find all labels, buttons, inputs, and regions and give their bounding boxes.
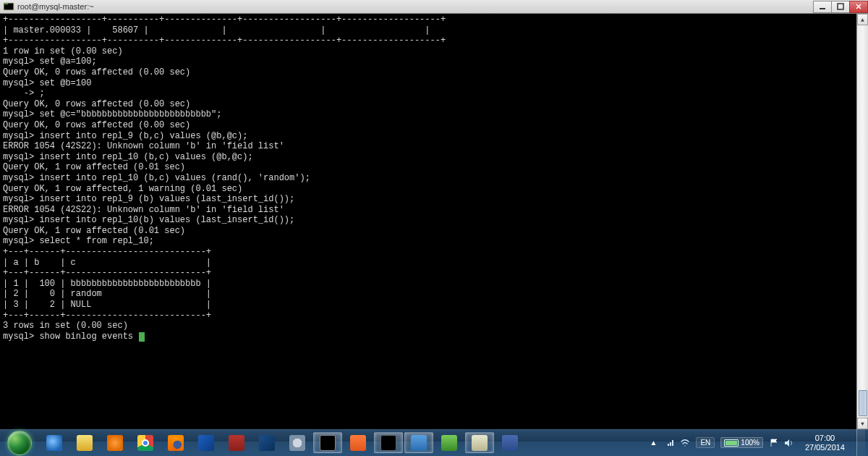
terminal-line: +------------------+----------+---------… bbox=[3, 14, 865, 25]
terminal-line: mysql> insert into repl_10(b) values (la… bbox=[3, 215, 865, 226]
taskbar-item-app-green[interactable] bbox=[435, 432, 464, 453]
terminal-line: +------------------+----------+---------… bbox=[3, 35, 865, 46]
terminal-line: mysql> set @b=100 bbox=[3, 78, 865, 89]
windows-media-player-icon bbox=[107, 435, 123, 451]
scroll-thumb[interactable] bbox=[859, 390, 867, 416]
terminal-line: mysql> set @a=100; bbox=[3, 56, 865, 67]
putty-icon bbox=[472, 435, 488, 451]
terminal-1-icon bbox=[320, 435, 336, 451]
terminal-line: ERROR 1054 (42S22): Unknown column 'b' i… bbox=[3, 141, 865, 152]
maximize-button[interactable] bbox=[831, 1, 850, 13]
minimize-button[interactable] bbox=[813, 1, 832, 13]
battery-icon bbox=[724, 439, 739, 447]
terminal-line: Query OK, 1 row affected (0.01 sec) bbox=[3, 226, 865, 237]
window-titlebar: root@mysql-master:~ bbox=[0, 0, 868, 14]
system-tray: ▲ EN 100% 07:00 27/05/2014 bbox=[640, 429, 868, 456]
terminal-line: Query OK, 1 row affected, 1 warning (0.0… bbox=[3, 184, 865, 195]
volume-icon[interactable] bbox=[783, 438, 793, 448]
taskbar-items bbox=[39, 429, 525, 456]
clock-date: 27/05/2014 bbox=[805, 443, 845, 452]
battery-indicator[interactable]: 100% bbox=[720, 437, 763, 448]
terminal-line: | master.000033 | 58607 | | | | bbox=[3, 25, 865, 36]
taskbar-item-firefox[interactable] bbox=[161, 432, 190, 453]
window-title: root@mysql-master:~ bbox=[17, 2, 814, 11]
terminal-line: 1 row in set (0.00 sec) bbox=[3, 46, 865, 57]
terminal-line: | 1 | 100 | bbbbbbbbbbbbbbbbbbbbbbbbb | bbox=[3, 279, 865, 290]
terminal-line: 3 rows in set (0.00 sec) bbox=[3, 321, 865, 332]
terminal-line: | 2 | 0 | random | bbox=[3, 289, 865, 300]
flag-icon[interactable] bbox=[769, 438, 779, 448]
terminal-line: -> ; bbox=[3, 88, 865, 99]
save-app-icon bbox=[502, 435, 518, 451]
util-orange-icon bbox=[350, 435, 366, 451]
terminal-line: mysql> set @c="bbbbbbbbbbbbbbbbbbbbbbbbb… bbox=[3, 109, 865, 120]
battery-percent: 100% bbox=[741, 439, 760, 447]
windows-taskbar: ▲ EN 100% 07:00 27/05/2014 bbox=[0, 429, 868, 456]
taskbar-item-internet-explorer[interactable] bbox=[40, 432, 69, 453]
tray-icons bbox=[665, 438, 690, 448]
putty-icon bbox=[3, 1, 14, 12]
terminal-line: Query OK, 0 rows affected (0.00 sec) bbox=[3, 67, 865, 78]
terminal-line: +---+------+---------------------------+ bbox=[3, 311, 865, 321]
terminal-line: Query OK, 0 rows affected (0.00 sec) bbox=[3, 120, 865, 131]
terminal-line: ERROR 1054 (42S22): Unknown column 'b' i… bbox=[3, 205, 865, 216]
terminal-line: mysql> insert into repl_10 (b,c) values … bbox=[3, 173, 865, 184]
adobe-reader-icon bbox=[229, 435, 244, 451]
taskbar-item-file-explorer[interactable] bbox=[70, 432, 99, 453]
language-indicator[interactable]: EN bbox=[696, 437, 715, 448]
terminal-line: +---+------+---------------------------+ bbox=[3, 268, 865, 279]
app-blue-icon bbox=[411, 435, 427, 451]
terminal-line: mysql> insert into repl_10 (b,c) values … bbox=[3, 152, 865, 163]
terminal-line: | a | b | c | bbox=[3, 258, 865, 269]
terminal-line: +---+------+---------------------------+ bbox=[3, 247, 865, 258]
vault-icon bbox=[289, 435, 305, 451]
taskbar-item-thunderbird[interactable] bbox=[192, 432, 221, 453]
tray-overflow-chevron-icon[interactable]: ▲ bbox=[647, 439, 660, 447]
taskbar-item-app-blue[interactable] bbox=[404, 432, 433, 453]
svg-rect-2 bbox=[820, 8, 825, 9]
vertical-scrollbar[interactable]: ▲ ▼ bbox=[856, 14, 868, 429]
app-green-icon bbox=[441, 435, 457, 451]
taskbar-item-save-app[interactable] bbox=[495, 432, 524, 453]
wifi-icon[interactable] bbox=[680, 438, 690, 448]
terminal-line: mysql> show binlog events bbox=[3, 332, 865, 342]
taskbar-item-virtualbox[interactable] bbox=[252, 432, 281, 453]
virtualbox-icon bbox=[259, 435, 275, 451]
internet-explorer-icon bbox=[46, 435, 62, 451]
terminal-line: Query OK, 1 row affected (0.01 sec) bbox=[3, 162, 865, 173]
clock[interactable]: 07:00 27/05/2014 bbox=[799, 434, 851, 452]
file-explorer-icon bbox=[77, 435, 93, 451]
close-button[interactable] bbox=[849, 1, 868, 13]
network-icon[interactable] bbox=[665, 438, 676, 448]
svg-rect-3 bbox=[838, 4, 843, 9]
terminal-line: mysql> insert into repl_9 (b) values (la… bbox=[3, 194, 865, 205]
cmd-icon bbox=[380, 435, 396, 451]
terminal-line: Query OK, 0 rows affected (0.00 sec) bbox=[3, 99, 865, 110]
terminal-line: | 3 | 2 | NULL | bbox=[3, 300, 865, 311]
windows-orb-icon bbox=[7, 431, 32, 455]
scroll-up-arrow[interactable]: ▲ bbox=[857, 14, 868, 25]
terminal-output[interactable]: +------------------+----------+---------… bbox=[0, 14, 868, 429]
taskbar-item-cmd[interactable] bbox=[374, 432, 403, 453]
clock-time: 07:00 bbox=[805, 434, 845, 443]
taskbar-item-adobe-reader[interactable] bbox=[222, 432, 251, 453]
taskbar-item-util-orange[interactable] bbox=[344, 432, 373, 453]
taskbar-item-terminal-1[interactable] bbox=[313, 432, 342, 453]
show-desktop-button[interactable] bbox=[856, 429, 865, 456]
terminal-line: mysql> select * from repl_10; bbox=[3, 236, 865, 247]
svg-rect-1 bbox=[4, 4, 8, 4]
scroll-down-arrow[interactable]: ▼ bbox=[857, 418, 868, 429]
cursor bbox=[139, 332, 145, 342]
terminal-line: mysql> insert into repl_9 (b,c) values (… bbox=[3, 131, 865, 142]
firefox-icon bbox=[168, 435, 184, 451]
start-button[interactable] bbox=[0, 429, 39, 456]
taskbar-item-vault[interactable] bbox=[283, 432, 312, 453]
taskbar-item-putty[interactable] bbox=[465, 432, 494, 453]
taskbar-item-chrome[interactable] bbox=[131, 432, 160, 453]
tray-icons-2 bbox=[769, 438, 793, 448]
chrome-icon bbox=[137, 435, 153, 451]
thunderbird-icon bbox=[198, 435, 214, 451]
taskbar-item-windows-media-player[interactable] bbox=[101, 432, 129, 453]
